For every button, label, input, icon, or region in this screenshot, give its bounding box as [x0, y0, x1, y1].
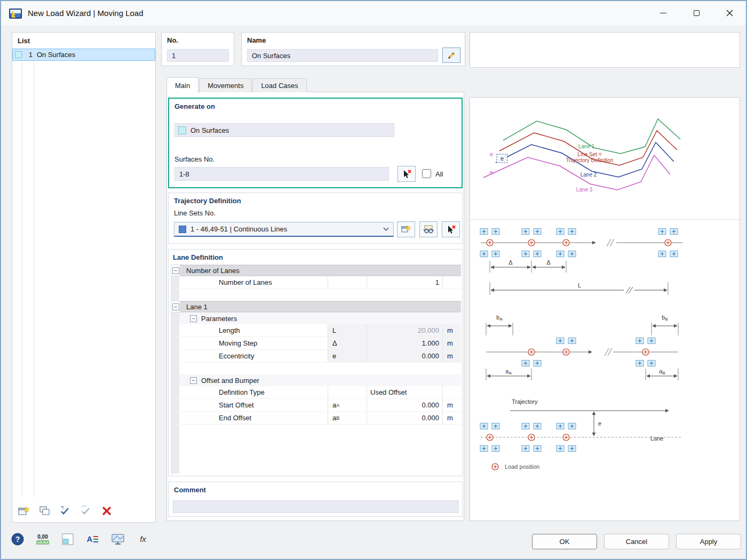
copy-icon: [38, 505, 51, 517]
screen-capture-button[interactable]: [110, 531, 126, 547]
lane-row-number-of-lanes[interactable]: Number of Lanes1: [171, 276, 461, 289]
collapse-toggle[interactable]: −: [172, 267, 179, 274]
ecc-box-label: e: [500, 155, 504, 162]
monitor-icon: [110, 532, 125, 547]
new-item-icon: [17, 505, 30, 517]
row-unit: [442, 276, 461, 289]
lane-row-lane-1[interactable]: −Lane 1: [171, 301, 461, 313]
check-icon: [59, 505, 71, 517]
collapse-toggle[interactable]: −: [190, 315, 197, 322]
lineset-label-1: Line Set =: [577, 151, 601, 157]
lane-definition-table: −Number of LanesNumber of Lanes1−Lane 1−…: [171, 265, 461, 474]
row-gutter: [171, 324, 179, 337]
delete-item-button[interactable]: [100, 504, 114, 518]
maximize-button[interactable]: [680, 1, 713, 25]
all-checkbox-label: All: [435, 170, 443, 178]
list-item[interactable]: 1On Surfaces: [12, 49, 155, 61]
delete-icon: [100, 505, 113, 517]
row-gutter: [171, 289, 179, 301]
row-unit: m: [442, 399, 461, 411]
apply-button[interactable]: Apply: [676, 534, 741, 549]
units-settings-button[interactable]: 0,00: [35, 531, 51, 547]
surfaces-no-input[interactable]: [174, 167, 389, 181]
row-gutter: −: [171, 301, 180, 312]
all-checkbox[interactable]: [422, 169, 431, 178]
pick-lines-button[interactable]: [442, 221, 460, 237]
row-value[interactable]: 1.000: [367, 337, 442, 349]
lane-row-length[interactable]: LengthL20.000m: [171, 324, 461, 337]
row-unit: m: [442, 337, 461, 349]
formula-button[interactable]: fx: [135, 531, 151, 547]
list-column-divider: [22, 49, 22, 498]
maximize-icon: [694, 10, 700, 16]
name-input[interactable]: [247, 49, 438, 62]
lane-row-end-offset[interactable]: End OffsetaB0.000m: [171, 412, 461, 425]
row-gutter: [171, 399, 179, 411]
comment-input[interactable]: [173, 500, 459, 513]
load-scheme-diagram: Δ Δ L bA bB: [470, 220, 740, 520]
help-button[interactable]: ?: [10, 531, 26, 547]
row-value[interactable]: Used Offset: [367, 386, 442, 398]
surface-color-icon: [178, 126, 186, 134]
delta-dim-label-2: Δ: [546, 259, 551, 266]
copy-load-wizard-button[interactable]: [37, 504, 51, 518]
lane-row-number-of-lanes[interactable]: −Number of Lanes: [171, 265, 461, 276]
pick-cursor-icon: [401, 169, 412, 179]
row-value[interactable]: 0.000: [367, 412, 442, 424]
subgroup-label: Parameters: [201, 315, 237, 323]
group-label: Lane 1: [180, 301, 460, 312]
lane-row-parameters[interactable]: −Parameters: [171, 313, 461, 324]
lane-row-eccentricity[interactable]: Eccentricitye0.000m: [171, 350, 461, 363]
generate-type-value: On Surfaces: [190, 126, 229, 134]
pick-surfaces-button[interactable]: [398, 166, 416, 182]
close-button[interactable]: [713, 1, 746, 25]
minimize-button[interactable]: [647, 1, 680, 25]
length-dim-label: L: [578, 282, 581, 289]
window-title: New Load Wizard | Moving Load: [28, 9, 144, 18]
recheck-icon: [80, 505, 92, 517]
surfaces-no-label: Surfaces No.: [174, 155, 214, 163]
generate-type-field[interactable]: On Surfaces: [174, 123, 394, 137]
row-value[interactable]: 0.000: [367, 399, 442, 411]
row-label: Number of Lanes: [179, 276, 328, 289]
collapse-toggle[interactable]: −: [190, 377, 197, 384]
annotation-icon: A: [85, 532, 100, 547]
row-symbol: aB: [328, 412, 367, 424]
row-gutter: [171, 337, 179, 349]
row-value[interactable]: 20.000: [367, 324, 442, 337]
rename-button[interactable]: [442, 47, 460, 63]
group-label: Number of Lanes: [180, 265, 460, 276]
legend-load-position: Load position: [505, 463, 539, 470]
lane-row-moving-step[interactable]: Moving StepΔ1.000m: [171, 337, 461, 350]
display-options-button[interactable]: [60, 531, 76, 547]
tab-movements[interactable]: Movements: [199, 78, 252, 92]
pencil-icon: [447, 51, 456, 60]
lane1-label: Lane 1: [578, 143, 595, 149]
svg-text:0,00: 0,00: [37, 534, 48, 540]
collapse-toggle[interactable]: −: [172, 303, 179, 310]
lane-row-offset-and-bumper[interactable]: −Offset and Bumper: [171, 374, 461, 386]
cancel-button[interactable]: Cancel: [604, 534, 669, 549]
check-items-button[interactable]: [58, 504, 72, 518]
list-body: 1On Surfaces: [12, 49, 155, 498]
new-load-wizard-button[interactable]: [17, 504, 30, 518]
lane2-label: Lane 2: [581, 172, 597, 178]
annotation-settings-button[interactable]: A: [85, 531, 101, 547]
tab-strip: Main Movements Load Cases: [166, 77, 307, 92]
no-input[interactable]: [167, 49, 229, 62]
row-value[interactable]: 0.000: [367, 350, 442, 362]
lane-row-spacer: [171, 363, 461, 374]
lane-row-definition-type[interactable]: Definition TypeUsed Offset: [171, 386, 461, 399]
tab-main[interactable]: Main: [166, 77, 198, 93]
lane-row-start-offset[interactable]: Start OffsetaA0.000m: [171, 399, 461, 412]
line-sets-select[interactable]: 1 - 46,49-51 | Continuous Lines: [174, 222, 394, 237]
app-icon: [9, 6, 22, 20]
row-value[interactable]: 1: [367, 276, 442, 289]
recheck-items-button[interactable]: [79, 504, 93, 518]
ok-button[interactable]: OK: [532, 534, 597, 549]
tab-load-cases[interactable]: Load Cases: [252, 78, 306, 92]
trajectory-definition-group: Trajectory Definition Line Sets No. 1 - …: [168, 193, 463, 244]
new-line-set-button[interactable]: [397, 221, 415, 237]
close-icon: [726, 10, 733, 17]
edit-line-set-button[interactable]: [419, 221, 438, 237]
